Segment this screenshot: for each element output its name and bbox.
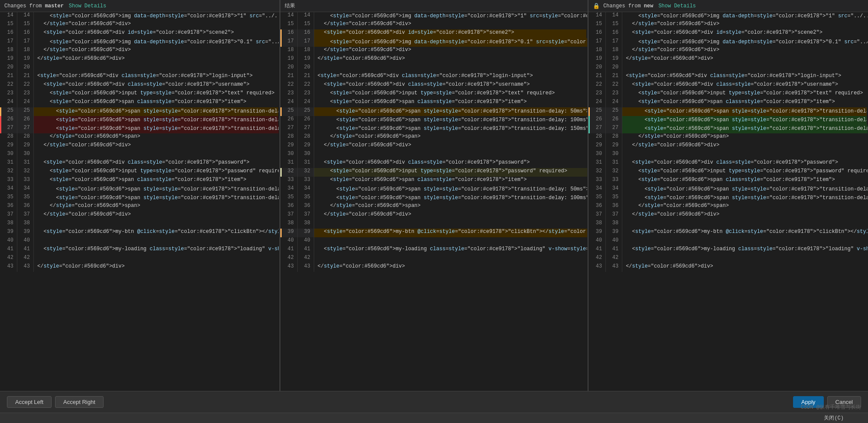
right-show-details[interactable]: Show Details [658,3,696,9]
line-num-left: 35 [1,194,17,203]
line-num-right: 32 [606,168,622,177]
line-num-right: 17 [297,38,314,47]
right-branch-name: new [644,3,653,9]
line-num-right: 30 [606,151,622,159]
table-row: 24 24 <style="color:#569cd6">span class=… [281,99,587,107]
line-code: </style="color:#569cd6">span> [34,133,279,142]
line-num-right: 33 [17,177,34,185]
table-row: 25 25 <style="color:#569cd6">span style=… [1,107,279,116]
line-code [34,237,279,246]
line-num-right: 37 [606,211,622,220]
line-num-right: 43 [17,263,34,272]
line-num-left: 33 [589,177,606,185]
line-num-right: 26 [606,116,622,125]
table-row: 43 43 </style="color:#569cd6">div> [1,263,279,272]
line-num-left: 28 [1,133,17,142]
line-code: </style="color:#569cd6">span> [34,203,279,211]
apply-button[interactable]: Apply [793,396,824,408]
table-row: 43 43 </style="color:#569cd6">div> [281,263,587,272]
cancel-button[interactable]: Cancel [827,396,861,408]
line-num-left: 39 [1,229,17,237]
line-code: <style="color:#569cd6">div id=style="col… [622,29,868,38]
line-num-left: 18 [589,47,606,55]
line-num-left: 24 [589,99,606,107]
line-num-right: 38 [297,220,314,229]
line-num-left: 20 [589,64,606,73]
left-pane: Changes from master Show Details 14 14 <… [0,0,280,391]
line-code: <style="color:#569cd6">span class=style=… [622,177,868,185]
line-num-right: 27 [297,125,314,133]
table-row: 16 16 <style="color:#569cd6">div id=styl… [1,29,279,38]
line-code: <style="color:#569cd6">input type=style=… [34,90,279,99]
line-num-right: 20 [17,64,34,73]
line-code [34,255,279,263]
diff-container: Changes from master Show Details 14 14 <… [0,0,868,391]
line-num-right: 16 [297,29,314,38]
line-num-right: 15 [17,21,34,29]
line-num-right: 19 [17,55,34,64]
line-num-left: 31 [281,159,297,168]
line-code [314,64,587,73]
table-row: 36 36 </style="color:#569cd6">span> [281,203,587,211]
line-code: <style="color:#569cd6">my-loading class=… [34,246,279,255]
left-branch-name: master [45,3,64,9]
line-num-left: 17 [1,38,17,47]
table-row: 14 14 <style="color:#569cd6">img data-de… [281,12,587,21]
right-lock-icon: 🔒 [593,3,600,10]
table-row: 14 14 <style="color:#569cd6">img data-de… [1,12,279,21]
line-code: <style="color:#569cd6">span class=style=… [34,99,279,107]
line-code [622,220,868,229]
table-row: 34 34 <style="color:#569cd6">span style=… [281,185,587,194]
line-code: <style="color:#569cd6">img data-depth=st… [622,38,868,47]
line-num-left: 39 [589,229,606,237]
table-row: 30 30 [589,151,868,159]
line-num-left: 39 [281,229,297,237]
line-code: <style="color:#569cd6">span style=style=… [622,116,868,125]
line-num-left: 28 [281,133,297,142]
line-num-left: 26 [1,116,17,125]
table-row: 16 16 <style="color:#569cd6">div id=styl… [281,29,587,38]
line-num-right: 25 [297,107,314,116]
line-num-right: 43 [606,263,622,272]
line-num-left: 14 [281,12,297,21]
line-code: <style="color:#569cd6">span style=style=… [622,194,868,203]
line-num-left: 40 [589,237,606,246]
right-code-area[interactable]: 14 14 <style="color:#569cd6">img data-de… [588,12,868,391]
line-num-right: 38 [17,220,34,229]
table-row: 31 31 <style="color:#569cd6">div class=s… [589,159,868,168]
table-row: 24 24 <style="color:#569cd6">span class=… [1,99,279,107]
line-code: <style="color:#569cd6">div class=style="… [622,81,868,90]
line-num-left: 38 [1,220,17,229]
line-code [314,237,587,246]
line-num-right: 30 [297,151,314,159]
line-code: <style="color:#569cd6">span style=style=… [34,107,279,116]
line-num-right: 20 [606,64,622,73]
line-code [34,151,279,159]
line-num-right: 15 [606,21,622,29]
line-code: <style="color:#569cd6">span class=style=… [34,177,279,185]
line-code: </style="color:#569cd6">div> [314,55,587,64]
line-code: <style="color:#569cd6">span class=style=… [622,99,868,107]
line-num-right: 36 [17,203,34,211]
accept-left-button[interactable]: Accept Left [7,396,52,408]
line-num-right: 14 [606,12,622,21]
line-code: <style="color:#569cd6">input type=style=… [622,168,868,177]
table-row: 32 32 <style="color:#569cd6">input type=… [1,168,279,177]
table-row: 18 18 </style="color:#569cd6">div> [589,47,868,55]
line-num-left: 32 [1,168,17,177]
line-num-right: 39 [17,229,34,237]
left-show-details[interactable]: Show Details [69,3,106,9]
line-num-left: 22 [1,81,17,90]
table-row: 38 38 [281,220,587,229]
line-num-right: 41 [17,246,34,255]
close-button[interactable]: 关闭(C) [824,414,844,422]
line-num-left: 27 [589,125,606,133]
line-num-right: 21 [297,73,314,81]
line-num-left: 33 [281,177,297,185]
line-num-right: 36 [297,203,314,211]
center-code-area[interactable]: 14 14 <style="color:#569cd6">img data-de… [280,12,588,391]
left-code-area[interactable]: 14 14 <style="color:#569cd6">img data-de… [0,12,280,391]
line-num-left: 30 [1,151,17,159]
accept-right-button[interactable]: Accept Right [55,396,104,408]
line-num-left: 23 [1,90,17,99]
